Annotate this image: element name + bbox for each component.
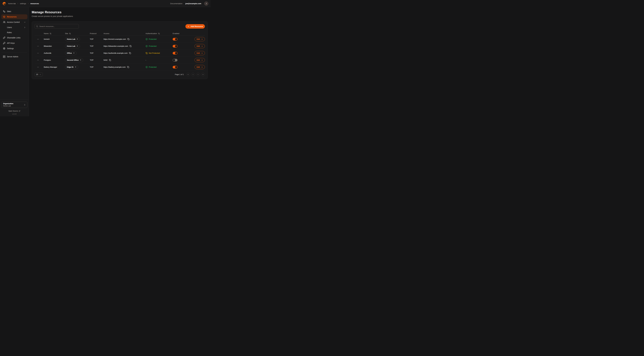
- resource-access-url: 5432: [104, 59, 108, 61]
- column-header-name: Name: [44, 32, 65, 34]
- chevron-left-icon: [192, 74, 194, 76]
- site-link-badge[interactable]: Home Lab: [65, 37, 80, 41]
- organization-picker[interactable]: Organization Home Lab: [1, 102, 28, 108]
- sort-icon[interactable]: [50, 32, 52, 34]
- edit-button[interactable]: Edit: [194, 44, 205, 48]
- sort-icon[interactable]: [69, 32, 71, 34]
- sidebar-item-sites[interactable]: Sites: [1, 9, 28, 14]
- auth-status: Protected: [146, 38, 173, 40]
- next-page-button[interactable]: [196, 72, 200, 76]
- shield-check-icon: [146, 66, 148, 68]
- shield-check-icon: [146, 38, 148, 40]
- row-actions-menu-button[interactable]: [36, 44, 40, 48]
- sidebar-item-label: Users: [7, 26, 12, 28]
- table-row: Battery Manager Edge 01 TCP https://batt…: [34, 64, 205, 70]
- link-icon: [3, 36, 5, 39]
- enabled-toggle[interactable]: [173, 52, 178, 54]
- search-box: [34, 24, 79, 28]
- breadcrumb-org[interactable]: home-lab: [8, 2, 16, 4]
- workflow-icon: [3, 10, 5, 12]
- breadcrumb-settings[interactable]: settings: [20, 2, 26, 4]
- sidebar-item-access-control[interactable]: Access Control: [1, 20, 28, 24]
- copy-icon[interactable]: [127, 66, 129, 68]
- users-icon: [3, 21, 5, 23]
- enabled-toggle[interactable]: [173, 66, 178, 68]
- topbar: home-lab settings resources Documentatio…: [0, 0, 210, 7]
- copy-icon[interactable]: [109, 59, 111, 61]
- page-title: Manage Resources: [32, 10, 208, 14]
- arrow-up-right-icon: [75, 66, 76, 68]
- table-header-row: Name Site Protocol: [34, 32, 205, 36]
- copy-icon[interactable]: [129, 52, 131, 54]
- edit-button[interactable]: Edit: [194, 58, 205, 62]
- table-row: Postgres Second Office TCP 5432 -: [34, 57, 205, 64]
- column-header-enabled: Enabled: [173, 32, 192, 34]
- sidebar-item-api-keys[interactable]: API Keys: [1, 41, 28, 46]
- resource-name: Battery Manager: [44, 66, 65, 68]
- arrow-right-icon: [201, 59, 203, 61]
- site-link-badge[interactable]: Office: [65, 51, 76, 55]
- auth-status-label: Protected: [149, 38, 156, 40]
- main-content: Manage Resources Create secure proxies t…: [29, 7, 210, 116]
- auth-status-label: -: [146, 59, 146, 61]
- enabled-toggle[interactable]: [173, 45, 178, 48]
- sidebar-item-label: Roles: [7, 32, 12, 34]
- enabled-toggle[interactable]: [173, 59, 178, 62]
- copy-icon[interactable]: [130, 45, 132, 47]
- sidebar-item-shareable-links[interactable]: Shareable Links: [1, 35, 28, 40]
- last-page-button[interactable]: [201, 72, 205, 76]
- site-link-badge[interactable]: Edge 01: [65, 65, 78, 69]
- page-size-select[interactable]: 20: [34, 72, 43, 76]
- documentation-link[interactable]: Documentation: [170, 2, 182, 4]
- column-header-protocol: Protocol: [90, 32, 104, 34]
- page-indicator: Page 1 of 1: [175, 74, 184, 76]
- open-source-label: Open Source: [8, 110, 18, 112]
- column-header-site: Site: [65, 32, 90, 34]
- sidebar-item-label: Server Admin: [7, 56, 18, 58]
- sidebar-item-resources[interactable]: Resources: [1, 14, 28, 19]
- site-link-badge[interactable]: Second Office: [65, 58, 83, 62]
- row-actions-menu-button[interactable]: [36, 66, 40, 69]
- chevrons-left-icon: [187, 74, 189, 76]
- breadcrumb-current: resources: [30, 2, 39, 4]
- row-actions-menu-button[interactable]: [36, 58, 40, 62]
- column-header-authentication: Authentication: [146, 32, 173, 34]
- avatar[interactable]: J: [204, 2, 208, 6]
- sidebar-item-label: Sites: [7, 10, 11, 12]
- previous-page-button[interactable]: [191, 72, 195, 76]
- resource-access-url: https://battery.example.com: [104, 66, 126, 68]
- shield-check-icon: [146, 45, 148, 47]
- resource-protocol: TCP: [90, 52, 104, 54]
- sidebar-item-settings[interactable]: Settings: [1, 46, 28, 51]
- sidebar-item-users[interactable]: Users: [1, 25, 28, 30]
- row-actions-menu-button[interactable]: [36, 38, 40, 41]
- user-email[interactable]: joe@example.com: [186, 2, 201, 4]
- sidebar-item-server-admin[interactable]: Server Admin: [1, 54, 28, 59]
- pagination: Page 1 of 1: [175, 72, 205, 76]
- site-link-badge[interactable]: Home Lab: [65, 44, 80, 48]
- resource-protocol: TCP: [90, 66, 104, 68]
- sidebar-item-roles[interactable]: Roles: [1, 30, 28, 35]
- sort-icon[interactable]: [158, 32, 160, 34]
- search-icon: [36, 25, 38, 28]
- resource-protocol: TCP: [90, 45, 104, 47]
- table-row: Immich Home Lab TCP https://immich.examp…: [34, 36, 205, 43]
- add-resource-label: Add Resource: [190, 25, 203, 28]
- search-input[interactable]: [39, 25, 77, 28]
- row-actions-menu-button[interactable]: [36, 52, 40, 55]
- add-resource-button[interactable]: Add Resource: [186, 24, 205, 28]
- sidebar-item-label: Access Control: [7, 21, 20, 23]
- pangolin-logo: [2, 2, 6, 6]
- edit-button[interactable]: Edit: [194, 51, 205, 55]
- sidebar-item-label: Settings: [7, 48, 14, 50]
- open-source-link[interactable]: Open Source: [1, 110, 28, 112]
- edit-button[interactable]: Edit: [194, 65, 205, 69]
- auth-status: Protected: [146, 66, 173, 68]
- copy-icon[interactable]: [128, 38, 130, 40]
- first-page-button[interactable]: [186, 72, 190, 76]
- app-version: v1.3.0: [1, 113, 28, 115]
- edit-button[interactable]: Edit: [194, 37, 205, 41]
- enabled-toggle[interactable]: [173, 38, 178, 40]
- sidebar-item-label: API Keys: [7, 42, 15, 44]
- auth-status-label: Protected: [149, 66, 156, 68]
